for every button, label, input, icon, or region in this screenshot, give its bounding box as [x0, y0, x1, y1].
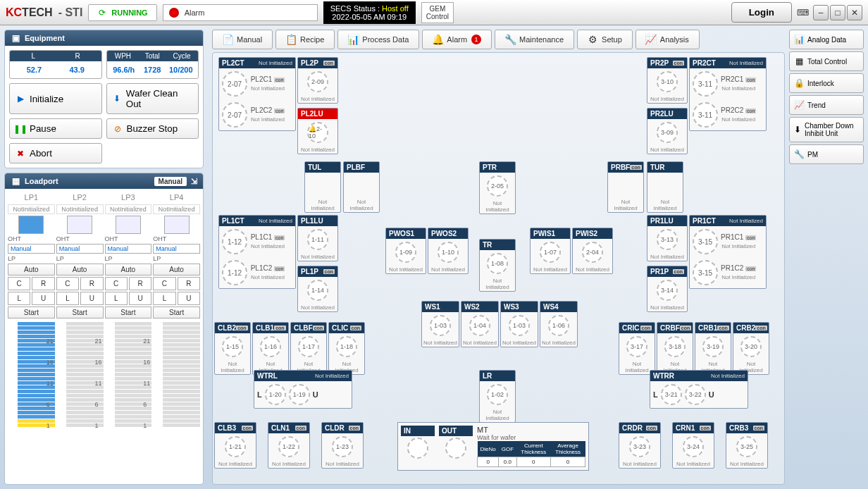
oht-field[interactable]: Manual — [8, 244, 55, 254]
module-TUR[interactable]: TURNot Initialized — [647, 161, 683, 213]
module-LR[interactable]: LR1-02Not Initialized — [479, 370, 516, 423]
module-MT[interactable]: INOUTMTWait for waferDieNoGOFCurrent Thi… — [397, 422, 589, 471]
maximize-button[interactable]: □ — [830, 5, 845, 20]
module-CLB1[interactable]: CLB1con1-16Not Initialized — [252, 322, 289, 375]
module-PWOS1[interactable]: PWOS11-09Not Initialized — [385, 228, 426, 274]
module-CLDR[interactable]: CLDRcon1-23Not Initialized — [321, 422, 364, 469]
l-button[interactable]: L — [56, 292, 79, 305]
module-PWIS2[interactable]: PWIS22-04Not Initialized — [572, 228, 613, 274]
module-CRBF[interactable]: CRBFcon3-18Not Initialized — [657, 322, 693, 375]
module-PLBF[interactable]: PLBFNot Initialized — [343, 161, 380, 213]
module-PL1CT[interactable]: PL1CTNot Initialized1-12PL1C1 conNot Ini… — [218, 215, 296, 289]
total-control-button[interactable]: ▦Total Control — [789, 51, 864, 71]
module-PTR[interactable]: PTR2-05Not Initialized — [479, 161, 516, 214]
module-CRIC[interactable]: CRICcon3-17Not Initialized — [619, 322, 655, 375]
start-button[interactable]: Start — [105, 307, 152, 318]
l-button[interactable]: L — [105, 292, 128, 305]
module-CLBF[interactable]: CLBFcon1-17Not Initialized — [290, 322, 327, 375]
analog-data-button[interactable]: 📊Analog Data — [789, 30, 864, 49]
module-CLB3[interactable]: CLB3con1-21Not Initialized — [214, 422, 256, 469]
module-WTRL[interactable]: WTRLNot InitializedL1-201-19U — [254, 370, 352, 409]
module-PL2LU[interactable]: PL2LU🔔2-10Not Initialized — [297, 108, 338, 154]
start-button[interactable]: Start — [153, 307, 200, 318]
start-button[interactable]: Start — [8, 307, 55, 318]
r-button[interactable]: R — [178, 277, 200, 290]
interlock-button[interactable]: 🔒Interlock — [789, 73, 864, 93]
u-button[interactable]: U — [178, 292, 200, 305]
lp-auto-button[interactable]: Auto — [56, 264, 104, 276]
module-CLIC[interactable]: CLICcon1-18Not Initialized — [328, 322, 365, 375]
tab-setup[interactable]: ⚙Setup — [577, 30, 633, 49]
minimize-button[interactable]: – — [813, 5, 829, 20]
keyboard-icon[interactable]: ⌨ — [798, 8, 807, 18]
module-PWOS2[interactable]: PWOS21-10Not Initialized — [428, 228, 469, 274]
module-PL1P[interactable]: PL1Pcon1-14Not Initialized — [297, 266, 338, 312]
module-CRB2[interactable]: CRB2con3-20Not Initialized — [733, 322, 769, 375]
abort-button[interactable]: ✖Abort — [9, 143, 102, 163]
tab-process-data[interactable]: 📊Process Data — [337, 30, 419, 49]
l-button[interactable]: L — [8, 292, 30, 305]
module-PR2CT[interactable]: PR2CTNot Initialized3-11PR2C1 conNot Ini… — [689, 57, 767, 131]
tab-alarm[interactable]: 🔔Alarm1 — [422, 30, 492, 49]
module-CRB1[interactable]: CRB1con3-19Not Initialized — [695, 322, 731, 375]
oht-field[interactable]: Manual — [56, 244, 104, 254]
module-PR1LU[interactable]: PR1LU3-13Not Initialized — [647, 215, 688, 261]
chamber-down-button[interactable]: ⬇Chamber Down Inhibit Unit — [789, 117, 864, 142]
module-TR[interactable]: TR1-08Not Initialized — [479, 239, 516, 292]
tab-maintenance[interactable]: 🔧Maintenance — [495, 30, 574, 49]
loadport-mode[interactable]: Manual — [154, 177, 187, 186]
c-button[interactable]: C — [153, 277, 175, 290]
login-button[interactable]: Login — [731, 2, 792, 23]
c-button[interactable]: C — [56, 277, 79, 290]
alarm-bar[interactable]: Alarm — [163, 4, 318, 21]
module-WS2[interactable]: WS21-04Not Initialized — [461, 301, 499, 347]
u-button[interactable]: U — [129, 292, 151, 305]
wafer-clean-out-button[interactable]: ⬇Wafer Clean Out — [106, 83, 199, 114]
module-CLB2[interactable]: CLB2con1-15Not Initialized — [214, 322, 251, 375]
lp-auto-button[interactable]: Auto — [153, 264, 200, 276]
tab-analysis[interactable]: 📈Analysis — [636, 30, 700, 49]
module-WTRR[interactable]: WTRRNot InitializedL3-213-22U — [650, 370, 748, 409]
oht-field[interactable]: Manual — [153, 244, 200, 254]
module-PR2P[interactable]: PR2Pcon3-10Not Initialized — [647, 57, 688, 104]
module-PR1P[interactable]: PR1Pcon3-14Not Initialized — [647, 266, 688, 312]
tab-recipe[interactable]: 📋Recipe — [275, 30, 335, 49]
r-button[interactable]: R — [129, 277, 151, 290]
module-PWIS1[interactable]: PWIS11-07Not Initialized — [530, 228, 571, 274]
buzzer-stop-button[interactable]: ⊘Buzzer Stop — [106, 118, 199, 139]
lp-auto-button[interactable]: Auto — [105, 264, 152, 276]
close-button[interactable]: ✕ — [847, 5, 862, 20]
module-WS1[interactable]: WS11-03Not Initialized — [421, 301, 459, 347]
module-PRBF[interactable]: PRBFconNot Initialized — [607, 161, 644, 213]
tab-manual[interactable]: 📄Manual — [212, 30, 273, 49]
module-TUL[interactable]: TULNot Initialized — [304, 161, 341, 213]
module-CRDR[interactable]: CRDRcon3-23Not Initialized — [619, 422, 661, 469]
module-WS3[interactable]: WS31-03Not Initialized — [500, 301, 538, 347]
module-CRB3[interactable]: CRB3con3-25Not Initialized — [726, 422, 768, 469]
c-button[interactable]: C — [8, 277, 30, 290]
oht-field[interactable]: Manual — [105, 244, 152, 254]
module-PR2LU[interactable]: PR2LU3-09Not Initialized — [647, 108, 688, 154]
expand-icon[interactable]: ⇲ — [191, 177, 197, 186]
slot — [18, 326, 55, 330]
pm-button[interactable]: 🔧PM — [789, 144, 864, 164]
equipment-icon: ▣ — [11, 33, 20, 43]
u-button[interactable]: U — [32, 292, 54, 305]
initialize-button[interactable]: ▶Initialize — [9, 83, 102, 114]
pause-button[interactable]: ❚❚Pause — [9, 118, 102, 139]
module-WS4[interactable]: WS41-06Not Initialized — [540, 301, 578, 347]
trend-button[interactable]: 📈Trend — [789, 95, 864, 115]
r-button[interactable]: R — [80, 277, 103, 290]
module-PL2P[interactable]: PL2Pcon2-09Not Initialized — [297, 57, 338, 104]
u-button[interactable]: U — [80, 292, 103, 305]
start-button[interactable]: Start — [56, 307, 104, 318]
c-button[interactable]: C — [105, 277, 128, 290]
module-PL1LU[interactable]: PL1LU1-11Not Initialized — [297, 215, 338, 261]
lp-auto-button[interactable]: Auto — [8, 264, 55, 276]
module-CLN1[interactable]: CLN1con1-22Not Initialized — [268, 422, 310, 469]
module-CRN1[interactable]: CRN1con3-24Not Initialized — [672, 422, 714, 469]
r-button[interactable]: R — [32, 277, 54, 290]
module-PL2CT[interactable]: PL2CTNot Initialized2-07PL2C1 conNot Ini… — [218, 57, 296, 131]
module-PR1CT[interactable]: PR1CTNot Initialized3-15PR1C1 conNot Ini… — [689, 215, 767, 289]
l-button[interactable]: L — [153, 292, 175, 305]
